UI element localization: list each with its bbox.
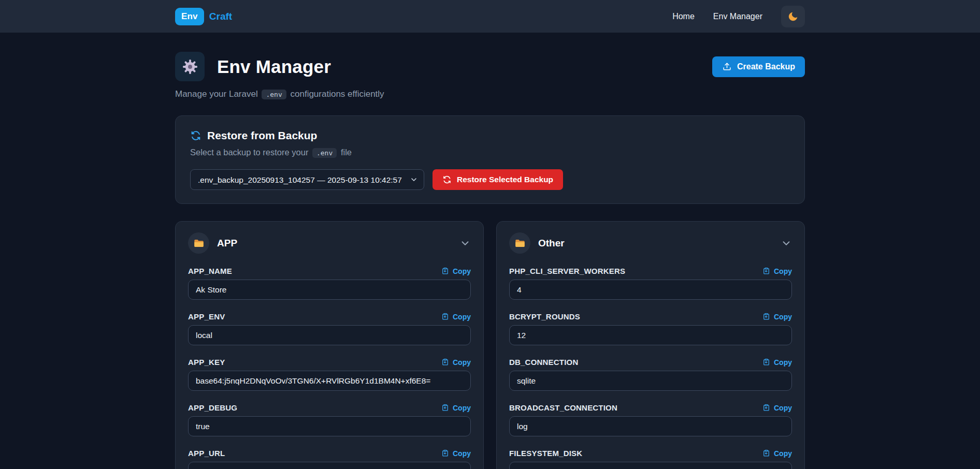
copy-button-label: Copy	[453, 404, 471, 412]
env-field: BROADCAST_CONNECTION Copy	[509, 403, 792, 436]
copy-button-label: Copy	[774, 267, 792, 275]
copy-button-label: Copy	[453, 267, 471, 275]
page-title: Env Manager	[217, 56, 331, 77]
group-header[interactable]: APP	[188, 231, 471, 254]
copy-button-label: Copy	[774, 313, 792, 321]
copy-button[interactable]: Copy	[441, 404, 471, 412]
copy-icon	[762, 449, 770, 457]
field-input[interactable]	[188, 462, 471, 469]
copy-icon	[441, 267, 449, 275]
restore-title: Restore from Backup	[207, 129, 317, 142]
copy-icon	[762, 404, 770, 412]
copy-button-label: Copy	[774, 449, 792, 458]
group-body: APP_NAME Copy APP_ENV	[188, 267, 471, 469]
field-label: APP_URL	[188, 449, 225, 458]
field-input[interactable]	[509, 416, 792, 436]
copy-button-label: Copy	[453, 313, 471, 321]
env-field: BCRYPT_ROUNDS Copy	[509, 312, 792, 345]
theme-toggle-button[interactable]	[781, 6, 805, 27]
subtitle-prefix: Manage your Laravel	[175, 89, 258, 99]
field-label: APP_ENV	[188, 312, 225, 321]
field-label: FILESYSTEM_DISK	[509, 449, 582, 458]
field-label: APP_DEBUG	[188, 403, 237, 412]
field-label: BROADCAST_CONNECTION	[509, 403, 617, 412]
nav-link-env-manager[interactable]: Env Manager	[713, 12, 762, 21]
nav-link-home[interactable]: Home	[672, 12, 695, 21]
restore-icon	[442, 175, 452, 184]
copy-button[interactable]: Copy	[762, 267, 792, 275]
env-field: PHP_CLI_SERVER_WORKERS Copy	[509, 267, 792, 300]
upload-icon	[722, 62, 732, 71]
field-input[interactable]	[188, 325, 471, 345]
copy-button-label: Copy	[453, 358, 471, 367]
restore-card: Restore from Backup Select a backup to r…	[175, 115, 805, 204]
copy-icon	[441, 358, 449, 366]
navbar: Env Craft Home Env Manager	[0, 0, 980, 33]
chevron-down-icon[interactable]	[459, 238, 471, 249]
field-label: BCRYPT_ROUNDS	[509, 312, 580, 321]
env-field: APP_DEBUG Copy	[188, 403, 471, 436]
backup-select[interactable]: .env_backup_20250913_104257 — 2025-09-13…	[190, 169, 424, 190]
copy-button[interactable]: Copy	[762, 449, 792, 458]
env-code-chip: .env	[262, 90, 286, 99]
restore-button-label: Restore Selected Backup	[457, 175, 553, 184]
restore-icon	[190, 130, 201, 141]
field-input[interactable]	[509, 371, 792, 391]
copy-button-label: Copy	[774, 404, 792, 412]
field-input[interactable]	[188, 280, 471, 300]
copy-icon	[441, 449, 449, 457]
copy-icon	[441, 313, 449, 320]
env-group-card: Other PHP_CLI_SERVER_WORKERS Copy BCRYPT…	[496, 221, 805, 469]
copy-icon	[441, 404, 449, 412]
env-field: APP_KEY Copy	[188, 358, 471, 391]
env-field: DB_CONNECTION Copy	[509, 358, 792, 391]
field-label: APP_NAME	[188, 267, 232, 275]
restore-subtitle-suffix: file	[341, 148, 352, 157]
create-backup-button[interactable]: Create Backup	[712, 56, 805, 77]
copy-icon	[762, 313, 770, 320]
group-body: PHP_CLI_SERVER_WORKERS Copy BCRYPT_ROUND…	[509, 267, 792, 469]
chevron-down-icon[interactable]	[781, 238, 792, 249]
copy-button[interactable]: Copy	[762, 313, 792, 321]
env-field: APP_NAME Copy	[188, 267, 471, 300]
copy-button[interactable]: Copy	[762, 358, 792, 367]
env-field: APP_URL Copy	[188, 449, 471, 469]
copy-button-label: Copy	[453, 449, 471, 458]
field-label: APP_KEY	[188, 358, 225, 367]
restore-selected-backup-button[interactable]: Restore Selected Backup	[433, 169, 563, 190]
env-field: FILESYSTEM_DISK Copy	[509, 449, 792, 469]
field-input[interactable]	[509, 325, 792, 345]
copy-button-label: Copy	[774, 358, 792, 367]
folder-icon	[188, 232, 209, 254]
group-title: APP	[217, 238, 452, 249]
env-code-chip: .env	[312, 148, 337, 158]
field-input[interactable]	[509, 462, 792, 469]
copy-button[interactable]: Copy	[441, 313, 471, 321]
folder-icon	[509, 232, 530, 254]
env-groups: APP APP_NAME Copy APP_ENV	[175, 221, 805, 469]
group-title: Other	[538, 238, 773, 249]
env-field: APP_ENV Copy	[188, 312, 471, 345]
restore-subtitle: Select a backup to restore your .env fil…	[190, 148, 790, 157]
group-header[interactable]: Other	[509, 231, 792, 254]
moon-icon	[787, 11, 799, 22]
field-label: PHP_CLI_SERVER_WORKERS	[509, 267, 625, 275]
copy-button[interactable]: Copy	[441, 449, 471, 458]
copy-button[interactable]: Copy	[441, 358, 471, 367]
field-label: DB_CONNECTION	[509, 358, 578, 367]
brand-logo[interactable]: Env Craft	[175, 8, 232, 25]
field-input[interactable]	[188, 416, 471, 436]
field-input[interactable]	[509, 280, 792, 300]
gear-icon	[175, 52, 205, 81]
restore-subtitle-prefix: Select a backup to restore your	[190, 148, 308, 157]
copy-icon	[762, 267, 770, 275]
brand-badge: Env	[175, 8, 204, 25]
create-backup-label: Create Backup	[737, 62, 795, 71]
env-group-card: APP APP_NAME Copy APP_ENV	[175, 221, 484, 469]
page-subtitle: Manage your Laravel .env configurations …	[175, 89, 805, 99]
field-input[interactable]	[188, 371, 471, 391]
copy-button[interactable]: Copy	[762, 404, 792, 412]
brand-text: Craft	[209, 11, 232, 22]
copy-button[interactable]: Copy	[441, 267, 471, 275]
page-header: Env Manager Create Backup	[175, 52, 805, 81]
